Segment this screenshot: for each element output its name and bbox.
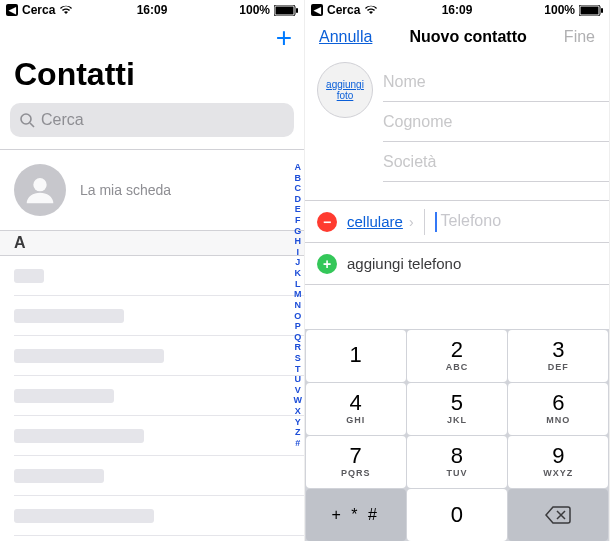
page-title: Contatti: [0, 52, 304, 103]
svg-point-5: [33, 178, 46, 191]
index-letter[interactable]: R: [294, 342, 303, 353]
numeric-keypad: 1 2ABC 3DEF 4GHI 5JKL 6MNO 7PQRS 8TUV 9W…: [305, 329, 609, 541]
index-letter[interactable]: A: [294, 162, 303, 173]
avatar-icon: [14, 164, 66, 216]
index-letter[interactable]: K: [294, 268, 303, 279]
battery-icon: [579, 5, 603, 16]
key-9[interactable]: 9WXYZ: [508, 436, 608, 488]
key-2[interactable]: 2ABC: [407, 330, 507, 382]
battery-icon: [274, 5, 298, 16]
wifi-icon: [364, 5, 378, 15]
status-battery-pct: 100%: [239, 3, 270, 17]
divider: [424, 209, 425, 235]
add-phone-icon: +: [317, 254, 337, 274]
key-6[interactable]: 6MNO: [508, 383, 608, 435]
status-time: 16:09: [137, 3, 168, 17]
index-letter[interactable]: S: [294, 353, 303, 364]
contacts-screen: ◀ Cerca 16:09 100% + Contatti Cerca La m…: [0, 0, 305, 541]
my-card-row[interactable]: La mia scheda: [0, 150, 304, 230]
status-time: 16:09: [442, 3, 473, 17]
nav-bar: Annulla Nuovo contatto Fine: [305, 20, 609, 52]
key-3[interactable]: 3DEF: [508, 330, 608, 382]
company-field[interactable]: Società: [383, 142, 609, 182]
index-letter[interactable]: #: [294, 438, 303, 449]
nav-bar: +: [0, 20, 304, 52]
list-item[interactable]: [14, 456, 304, 496]
phone-type-picker[interactable]: cellulare: [347, 213, 403, 230]
nav-title: Nuovo contatto: [409, 28, 526, 46]
chevron-right-icon: ›: [409, 214, 414, 230]
list-item[interactable]: [14, 416, 304, 456]
key-0[interactable]: 0: [407, 489, 507, 541]
search-icon: [20, 113, 35, 128]
status-back-label[interactable]: Cerca: [22, 3, 55, 17]
add-contact-button[interactable]: +: [276, 24, 292, 52]
add-phone-row[interactable]: + aggiungi telefono: [305, 243, 609, 285]
index-letter[interactable]: B: [294, 173, 303, 184]
list-item[interactable]: [14, 256, 304, 296]
back-chip-icon: ◀: [6, 4, 18, 16]
index-letter[interactable]: X: [294, 406, 303, 417]
key-4[interactable]: 4GHI: [306, 383, 406, 435]
index-letter[interactable]: H: [294, 236, 303, 247]
new-contact-screen: ◀ Cerca 16:09 100% Annulla Nuovo contatt…: [305, 0, 610, 541]
status-bar: ◀ Cerca 16:09 100%: [0, 0, 304, 20]
index-letter[interactable]: O: [294, 311, 303, 322]
index-letter[interactable]: F: [294, 215, 303, 226]
index-letter[interactable]: N: [294, 300, 303, 311]
list-item[interactable]: [14, 496, 304, 536]
status-battery-pct: 100%: [544, 3, 575, 17]
add-photo-label: aggiungi foto: [318, 79, 372, 101]
key-8[interactable]: 8TUV: [407, 436, 507, 488]
search-input[interactable]: Cerca: [10, 103, 294, 137]
svg-rect-1: [276, 6, 294, 14]
index-letter[interactable]: Q: [294, 332, 303, 343]
key-symbols[interactable]: + * #: [306, 489, 406, 541]
back-chip-icon: ◀: [311, 4, 323, 16]
my-card-label: La mia scheda: [80, 182, 171, 198]
status-back-label[interactable]: Cerca: [327, 3, 360, 17]
wifi-icon: [59, 5, 73, 15]
svg-rect-2: [296, 8, 298, 13]
svg-line-4: [30, 123, 34, 127]
index-letter[interactable]: P: [294, 321, 303, 332]
index-letter[interactable]: Z: [294, 427, 303, 438]
last-name-field[interactable]: Cognome: [383, 102, 609, 142]
index-letter[interactable]: L: [294, 279, 303, 290]
key-1[interactable]: 1: [306, 330, 406, 382]
status-bar: ◀ Cerca 16:09 100%: [305, 0, 609, 20]
svg-rect-7: [581, 6, 599, 14]
list-item[interactable]: [14, 376, 304, 416]
list-item[interactable]: [14, 336, 304, 376]
contact-list[interactable]: [0, 256, 304, 536]
index-letter[interactable]: W: [294, 395, 303, 406]
phone-number-field[interactable]: Telefono: [435, 212, 599, 232]
index-letter[interactable]: J: [294, 257, 303, 268]
index-letter[interactable]: T: [294, 364, 303, 375]
svg-rect-8: [601, 8, 603, 13]
index-letter[interactable]: I: [294, 247, 303, 258]
phone-entry-row: − cellulare › Telefono: [305, 201, 609, 243]
index-letter[interactable]: V: [294, 385, 303, 396]
list-item[interactable]: [14, 296, 304, 336]
key-5[interactable]: 5JKL: [407, 383, 507, 435]
key-7[interactable]: 7PQRS: [306, 436, 406, 488]
section-header: A: [0, 230, 304, 256]
alphabet-index[interactable]: ABCDEFGHIJKLMNOPQRSTUVWXYZ#: [294, 162, 303, 448]
remove-phone-button[interactable]: −: [317, 212, 337, 232]
done-button[interactable]: Fine: [564, 28, 595, 46]
index-letter[interactable]: C: [294, 183, 303, 194]
add-photo-button[interactable]: aggiungi foto: [317, 62, 373, 118]
backspace-icon: [545, 505, 571, 525]
cancel-button[interactable]: Annulla: [319, 28, 372, 46]
index-letter[interactable]: U: [294, 374, 303, 385]
index-letter[interactable]: Y: [294, 417, 303, 428]
svg-point-3: [21, 114, 31, 124]
index-letter[interactable]: M: [294, 289, 303, 300]
index-letter[interactable]: E: [294, 204, 303, 215]
key-backspace[interactable]: [508, 489, 608, 541]
search-placeholder: Cerca: [41, 111, 84, 129]
first-name-field[interactable]: Nome: [383, 62, 609, 102]
index-letter[interactable]: D: [294, 194, 303, 205]
index-letter[interactable]: G: [294, 226, 303, 237]
